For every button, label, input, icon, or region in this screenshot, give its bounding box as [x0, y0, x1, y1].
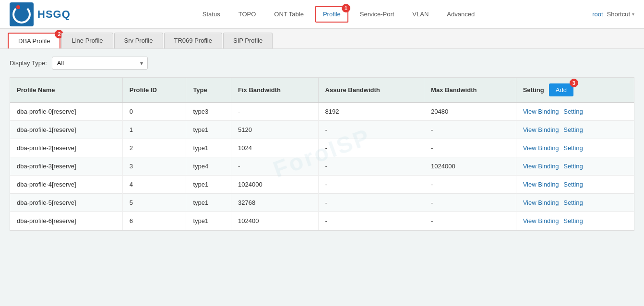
- col-fix-bandwidth: Fix Bandwidth: [231, 78, 319, 103]
- table-row: dba-profile-2[reserve] 2 type1 1024 - - …: [10, 139, 634, 157]
- nav-user: root: [592, 11, 603, 18]
- setting-link[interactable]: Setting: [563, 181, 583, 188]
- setting-link[interactable]: Setting: [563, 108, 583, 115]
- cell-profile-name: dba-profile-6[reserve]: [10, 212, 122, 230]
- view-binding-link[interactable]: View Binding: [523, 181, 559, 188]
- cell-profile-id: 1: [122, 121, 186, 139]
- cell-assure-bandwidth: -: [318, 157, 424, 176]
- table-header-row: Profile Name Profile ID Type Fix Bandwid…: [10, 78, 634, 103]
- nav-advanced[interactable]: Advanced: [440, 7, 481, 22]
- logo-icon: [10, 2, 34, 26]
- nav-service-port[interactable]: Service-Port: [353, 7, 401, 22]
- header: HSGQ Status TOPO ONT Table Profile 1 Ser…: [0, 0, 644, 29]
- cell-assure-bandwidth: -: [318, 212, 424, 230]
- cell-profile-id: 2: [122, 139, 186, 157]
- cell-fix-bandwidth: 1024: [231, 139, 319, 157]
- cell-assure-bandwidth: -: [318, 176, 424, 194]
- cell-actions: View Binding Setting: [516, 194, 634, 212]
- tab-srv-profile[interactable]: Srv Profile: [114, 33, 163, 48]
- cell-actions: View Binding Setting: [516, 212, 634, 230]
- cell-type: type1: [186, 176, 231, 194]
- chevron-down-icon: ▾: [632, 12, 634, 17]
- nav-vlan[interactable]: VLAN: [405, 7, 435, 22]
- cell-max-bandwidth: 1024000: [424, 157, 516, 176]
- content-area: Display Type: All reserve custom Profile…: [0, 49, 644, 238]
- nav-status[interactable]: Status: [196, 7, 227, 22]
- cell-fix-bandwidth: 102400: [231, 212, 319, 230]
- cell-max-bandwidth: 20480: [424, 103, 516, 121]
- cell-profile-name: dba-profile-5[reserve]: [10, 194, 122, 212]
- cell-max-bandwidth: -: [424, 212, 516, 230]
- cell-profile-name: dba-profile-4[reserve]: [10, 176, 122, 194]
- view-binding-link[interactable]: View Binding: [523, 126, 559, 133]
- table-row: dba-profile-5[reserve] 5 type1 32768 - -…: [10, 194, 634, 212]
- view-binding-link[interactable]: View Binding: [523, 163, 559, 170]
- table-row: dba-profile-3[reserve] 3 type4 - - 10240…: [10, 157, 634, 176]
- table-row: dba-profile-1[reserve] 1 type1 5120 - - …: [10, 121, 634, 139]
- cell-profile-name: dba-profile-2[reserve]: [10, 139, 122, 157]
- setting-link[interactable]: Setting: [563, 126, 583, 133]
- cell-fix-bandwidth: -: [231, 103, 319, 121]
- nav-profile-badge: 1: [342, 4, 350, 12]
- tab-line-profile[interactable]: Line Profile: [61, 33, 113, 48]
- logo-area: HSGQ: [10, 2, 71, 26]
- cell-profile-name: dba-profile-1[reserve]: [10, 121, 122, 139]
- add-button-badge: 3: [570, 79, 578, 87]
- view-binding-link[interactable]: View Binding: [523, 199, 559, 206]
- cell-actions: View Binding Setting: [516, 121, 634, 139]
- cell-max-bandwidth: -: [424, 121, 516, 139]
- nav-right: root Shortcut ▾: [592, 11, 634, 18]
- cell-max-bandwidth: -: [424, 194, 516, 212]
- cell-max-bandwidth: -: [424, 176, 516, 194]
- setting-link[interactable]: Setting: [563, 163, 583, 170]
- logo-text: HSGQ: [37, 8, 71, 21]
- tabs-bar: DBA Profile 2 Line Profile Srv Profile T…: [0, 29, 644, 49]
- nav-shortcut[interactable]: Shortcut ▾: [607, 11, 634, 18]
- tab-tr069-profile[interactable]: TR069 Profile: [164, 33, 222, 48]
- nav-ont-table[interactable]: ONT Table: [267, 7, 310, 22]
- cell-type: type3: [186, 103, 231, 121]
- tab-dba-profile[interactable]: DBA Profile 2: [8, 33, 60, 48]
- cell-profile-id: 3: [122, 157, 186, 176]
- cell-actions: View Binding Setting: [516, 157, 634, 176]
- col-assure-bandwidth: Assure Bandwidth: [318, 78, 424, 103]
- cell-assure-bandwidth: 8192: [318, 103, 424, 121]
- cell-assure-bandwidth: -: [318, 121, 424, 139]
- dba-profile-table: Profile Name Profile ID Type Fix Bandwid…: [10, 78, 634, 230]
- display-type-select[interactable]: All reserve custom: [52, 57, 148, 70]
- cell-profile-id: 0: [122, 103, 186, 121]
- cell-assure-bandwidth: -: [318, 139, 424, 157]
- col-profile-name: Profile Name: [10, 78, 122, 103]
- table-container: Profile Name Profile ID Type Fix Bandwid…: [10, 77, 634, 231]
- cell-actions: View Binding Setting: [516, 139, 634, 157]
- cell-max-bandwidth: -: [424, 139, 516, 157]
- setting-link[interactable]: Setting: [563, 199, 583, 206]
- view-binding-link[interactable]: View Binding: [523, 217, 559, 224]
- cell-profile-name: dba-profile-3[reserve]: [10, 157, 122, 176]
- cell-type: type1: [186, 212, 231, 230]
- col-max-bandwidth: Max Bandwidth: [424, 78, 516, 103]
- col-setting-add: Setting Add 3: [516, 78, 634, 103]
- tab-sip-profile[interactable]: SIP Profile: [223, 33, 273, 48]
- table-row: dba-profile-0[reserve] 0 type3 - 8192 20…: [10, 103, 634, 121]
- view-binding-link[interactable]: View Binding: [523, 144, 559, 152]
- nav-topo[interactable]: TOPO: [232, 7, 263, 22]
- cell-actions: View Binding Setting: [516, 103, 634, 121]
- col-type: Type: [186, 78, 231, 103]
- cell-actions: View Binding Setting: [516, 176, 634, 194]
- nav-profile[interactable]: Profile 1: [315, 6, 348, 23]
- display-type-select-wrapper[interactable]: All reserve custom: [52, 57, 148, 70]
- cell-type: type4: [186, 157, 231, 176]
- table-row: dba-profile-4[reserve] 4 type1 1024000 -…: [10, 176, 634, 194]
- cell-assure-bandwidth: -: [318, 194, 424, 212]
- cell-profile-id: 5: [122, 194, 186, 212]
- cell-type: type1: [186, 121, 231, 139]
- view-binding-link[interactable]: View Binding: [523, 108, 559, 115]
- add-button[interactable]: Add 3: [549, 83, 573, 96]
- setting-link[interactable]: Setting: [563, 144, 583, 152]
- setting-link[interactable]: Setting: [563, 217, 583, 224]
- display-type-label: Display Type:: [10, 59, 47, 67]
- cell-type: type1: [186, 139, 231, 157]
- table-row: dba-profile-6[reserve] 6 type1 102400 - …: [10, 212, 634, 230]
- col-profile-id: Profile ID: [122, 78, 186, 103]
